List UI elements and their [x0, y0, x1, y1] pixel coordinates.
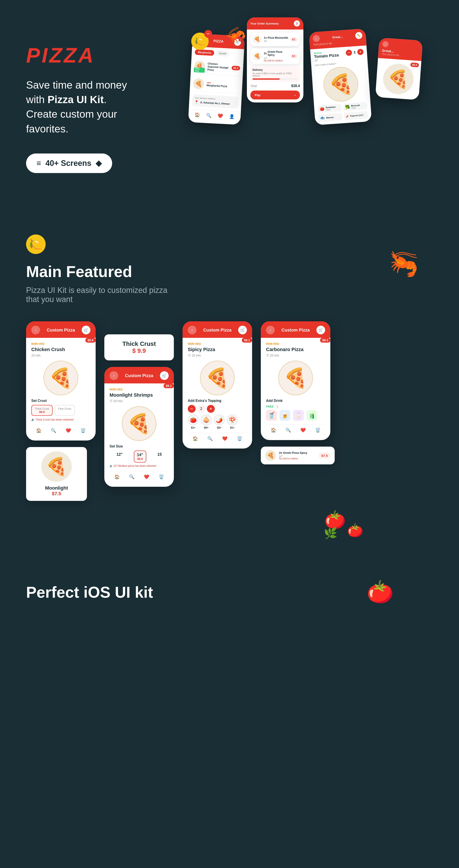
nav-trash-s1[interactable]: 🗑️ [80, 428, 86, 433]
screen2-tag: NON-VEG [110, 388, 169, 391]
pizza-price-1: $5.3 [231, 66, 240, 70]
crust-opt-thick[interactable]: Thick Crust $9.9 [31, 405, 53, 416]
size-opt-14[interactable]: 14" $9.9 [134, 451, 146, 463]
screen4-title: Custom Pizza [282, 328, 310, 333]
feat-col-right-mid: ‹ Custom Pizza 🛒 $9.1 NON-VEG Sipicy Piz… [182, 321, 252, 448]
phone1-body: Margharita Greek 🍕 NON-VEG [188, 46, 244, 125]
nav-search-p1[interactable]: 🔍 [206, 113, 212, 118]
screens-badge[interactable]: ≡ 40+ Screens ◆ [26, 154, 112, 173]
topping-plus-btn[interactable]: + [207, 405, 215, 413]
back-icon-p4[interactable]: ‹ [382, 41, 389, 47]
hero-left: PIZZA Save time and money with Pizza UI … [26, 26, 156, 200]
back-btn-s1[interactable]: ‹ [31, 326, 40, 334]
tab-greek[interactable]: Greek [216, 50, 229, 57]
greek-size: 14" [279, 455, 316, 458]
size-14-val: 14" [137, 453, 143, 457]
drink-cola: 🥤 [266, 410, 277, 421]
phone3-body: VEGAN Tomato Pizza 10" − 1 + Let's make … [310, 45, 372, 125]
nav-home-s3[interactable]: 🏠 [193, 436, 198, 441]
featured-section: 🍋 Main Featured Pizza UI Kit is easily t… [0, 217, 459, 566]
screen4-pizza-img: 🍕 [278, 361, 313, 395]
nav-search-s2[interactable]: 🔍 [129, 474, 135, 479]
crust-selected-text: Thick Crust has been selected [35, 418, 74, 421]
topping-broccoli-info: Broccoli 100g [351, 104, 360, 109]
nav-heart-s1[interactable]: ❤️ [66, 428, 71, 433]
cart-btn-s1[interactable]: 🛒 [82, 326, 90, 334]
nav-search-s4[interactable]: 🔍 [286, 428, 291, 433]
greek-pizza-img: 🍕 [265, 450, 276, 461]
size-opt-12[interactable]: 12" [114, 451, 125, 463]
order-summary-header-bar: Your Order Summary 3 [247, 18, 304, 30]
screen3-pizza-img: 🍕 [200, 361, 235, 395]
hero-phone-4: ‹ Great... Your pizza to de... $9.5 🍕 [375, 37, 423, 100]
screen4-pizza-img-wrap: 🍕 [266, 361, 325, 395]
cart-btn-s3[interactable]: 🛒 [238, 326, 247, 334]
nav-search-s1[interactable]: 🔍 [51, 428, 56, 433]
moonlight-pizza-price: $7.5 [52, 491, 61, 497]
screen1-bottom-nav: 🏠 🔍 ❤️ 🗑️ [31, 425, 90, 436]
back-btn-s3[interactable]: ‹ [188, 326, 197, 334]
tomato-icon: 🍅 [319, 106, 324, 112]
tab-margharita[interactable]: Margharita [195, 49, 214, 56]
topping-tomato-circle: 🍅 [188, 414, 199, 425]
nav-heart-p1[interactable]: ❤️ [218, 113, 223, 119]
featured-subtitle: Pizza UI Kit is easily to customized piz… [26, 286, 178, 304]
screen4-tag: NON-VEG [266, 342, 325, 345]
nav-heart-s4[interactable]: ❤️ [300, 428, 306, 433]
phone3-pizza-info: VEGAN Tomato Pizza 10" − 1 + [314, 49, 364, 62]
nav-home-s4[interactable]: 🏠 [271, 428, 276, 433]
phone3-toppings: 🍅 Tomatoes 250g 🥦 Broccoli 10 [317, 102, 368, 122]
crust-opt-fine[interactable]: Fine Crust [55, 405, 75, 416]
screen4-time: ⏱ 25 min [266, 354, 325, 357]
size-opt-15[interactable]: 15 [155, 451, 164, 463]
nav-home-s1[interactable]: 🏠 [36, 428, 41, 433]
topping-minus-btn[interactable]: − [188, 405, 196, 413]
qty-plus-p3[interactable]: + [357, 49, 364, 55]
qty-minus-p3[interactable]: − [346, 50, 352, 56]
broccoli-qty: 100g [351, 106, 360, 109]
back-icon-p3[interactable]: ‹ [313, 35, 320, 42]
phone4-pizza-img: 🍕 [382, 63, 414, 95]
order-pizza-img-2: 🍕 [253, 52, 262, 61]
screen-chicken-crush: ‹ Custom Pizza 🛒 $9.9 NON-VEG Chicken Cr… [26, 321, 96, 440]
section-lemon-icon: 🍋 [26, 235, 46, 254]
pay-button[interactable]: Pay › [250, 91, 300, 99]
cart-btn-s4[interactable]: 🛒 [316, 326, 325, 334]
nav-search-s3[interactable]: 🔍 [207, 436, 213, 441]
peperoni-label: Peperoni (14") [350, 114, 363, 117]
order-header-row: Your Order Summary 3 [250, 21, 300, 27]
topping-tomato: 🍅 Tomatoes 250g [317, 104, 342, 113]
nav-heart-s3[interactable]: ❤️ [222, 436, 228, 441]
pay-arrow: › [294, 93, 295, 97]
edit-icon-p3[interactable]: ✏️ [355, 32, 363, 39]
moonlight-pizza-name: Moonlight [45, 485, 68, 491]
order-qty-name-2: 2x Greek Pizza Spicy [264, 50, 288, 57]
price-badge-s2: $9.1 [164, 383, 174, 388]
nav-trash-s3[interactable]: 🗑️ [237, 436, 242, 441]
featured-screens: ‹ Custom Pizza 🛒 $9.9 NON-VEG Chicken Cr… [26, 321, 433, 501]
screen1-tag: NON-VEG [31, 342, 90, 345]
crust-thick-name: Thick Crust [35, 407, 49, 410]
veg-badge-1: NON-VEG [194, 67, 205, 73]
nav-home-p1[interactable]: 🏠 [195, 112, 200, 118]
nav-trash-s2[interactable]: 🗑️ [159, 474, 164, 479]
cart-btn-s2[interactable]: 🛒 [160, 371, 169, 380]
crust-options-s1: Thick Crust $9.9 Fine Crust [31, 405, 90, 416]
pizza-list-p1: 🍕 NON-VEG Chicken Supreme Voyage Pizza $… [193, 58, 240, 94]
nav-trash-s4[interactable]: 🗑️ [315, 428, 321, 433]
topping-meeres-info: Meeres [326, 116, 334, 119]
topping-onion-price: $0+ [204, 426, 208, 429]
back-btn-s4[interactable]: ‹ [266, 326, 275, 334]
back-btn-s2[interactable]: ‹ [110, 371, 118, 380]
order-name-2: Greek Pizza Spicy [267, 50, 288, 57]
size-msg-text: 14" Medium pizza has been selected [113, 464, 156, 467]
topping-mushroom-circle: 🍄 [227, 414, 238, 425]
nav-user-p1[interactable]: 👤 [229, 114, 234, 119]
nav-home-s2[interactable]: 🏠 [114, 474, 120, 479]
nav-heart-s2[interactable]: ❤️ [144, 474, 149, 479]
order-item-info-1: 1x Pizza Mozzarella 10" [264, 36, 288, 42]
size-15-val: 15 [157, 452, 162, 457]
hero-phones-container: ‹ PIZZA 🛒 2 Margharita Greek [191, 18, 408, 191]
drink-cola-circle: 🥤 [266, 410, 277, 421]
phone4-header-row: ‹ [382, 41, 419, 50]
